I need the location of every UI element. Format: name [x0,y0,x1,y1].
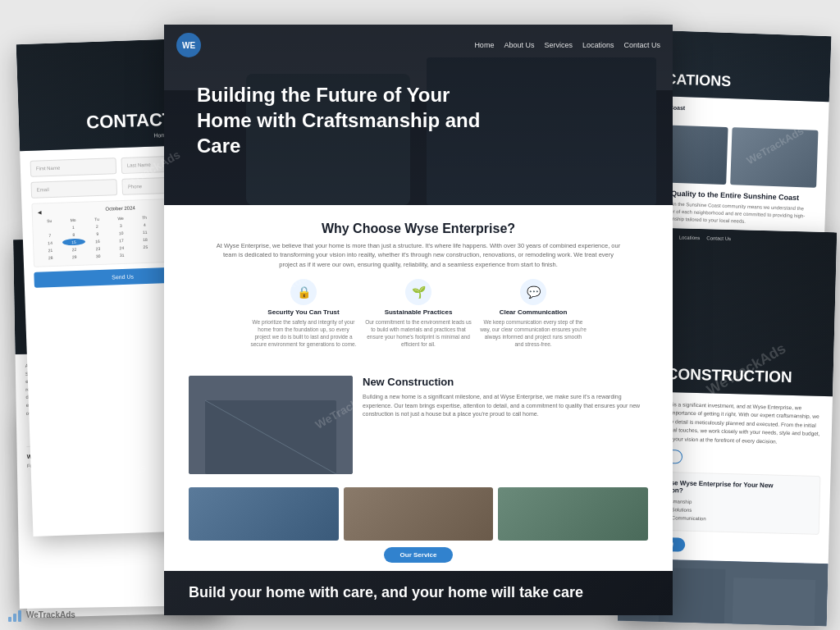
gallery-thumb-2 [344,487,494,541]
first-name-field[interactable]: First Name [30,158,117,177]
calendar-prev-icon[interactable]: ◀ [38,208,42,214]
security-icon: 🔒 [290,279,317,305]
why-section: Why Choose Wyse Enterprise? At Wyse Ente… [164,205,673,376]
feature-sustainable-title: Sustainable Practices [365,308,472,316]
nav-about[interactable]: About Us [504,41,534,49]
feature-sustainable: 🌱 Sustainable Practices Our commitment t… [365,279,472,358]
cal-day-16[interactable]: 16 [86,238,109,245]
cal-day-3[interactable]: 3 [109,222,132,230]
cal-day-31[interactable]: 31 [111,252,134,259]
cal-day-18[interactable]: 18 [134,236,157,244]
nav-locations[interactable]: Locations [582,41,614,49]
main-nav: WE Home About Us Services Locations Cont… [164,25,673,66]
feature-communication-desc: We keep communication every step of the … [480,318,587,348]
gallery-thumb-3 [498,487,648,541]
construction-section: New Construction Building a new home is … [164,376,673,482]
construction-text: New Construction Building a new home is … [363,376,648,419]
feature-communication: 💬 Clear Communication We keep communicat… [480,279,587,358]
last-name-placeholder: Last Name [127,162,151,168]
cal-day-30[interactable]: 30 [87,253,110,260]
email-placeholder: Email [37,187,49,193]
calendar-month: October 2024 [105,205,135,212]
nav-home[interactable]: Home [474,41,494,49]
cal-day-4[interactable]: 4 [133,221,156,229]
nav-links: Home About Us Services Locations Contact… [474,41,660,49]
feature-security-desc: We prioritize the safety and integrity o… [250,318,357,348]
features-row: 🔒 Security You Can Trust We prioritize t… [189,279,648,358]
bottom-cta-headline: Build your home with care, and your home… [189,583,648,602]
cal-day-29[interactable]: 29 [63,253,86,261]
cal-day-8[interactable]: 8 [62,231,85,239]
our-service-button[interactable]: Our Service [384,547,454,563]
cal-day-10[interactable]: 10 [110,230,133,237]
cal-day-25[interactable]: 25 [134,244,157,251]
cal-day-22[interactable]: 22 [62,246,85,253]
gallery-thumb-1 [189,487,339,541]
cal-day-11[interactable]: 11 [134,229,157,236]
email-field[interactable]: Email [30,179,117,199]
communication-icon: 💬 [520,279,546,305]
feature-security-title: Security You Can Trust [250,308,357,316]
cal-day-1[interactable]: 1 [62,224,84,231]
cal-header-su: Su [38,217,61,225]
cal-day-17[interactable]: 17 [110,237,133,244]
cal-day-21[interactable]: 21 [39,247,62,254]
hero-headline: Building the Future of Your Home with Cr… [197,82,509,159]
bottom-cta: Build your home with care, and your home… [164,571,673,614]
cal-day-28[interactable]: 28 [39,254,62,262]
feature-communication-title: Clear Communication [480,308,587,316]
nav-services[interactable]: Services [544,41,573,49]
cal-day-15[interactable]: 15 [62,239,85,246]
ads-chart-icon [8,607,23,622]
construction-desc: Building a new home is a significant mil… [363,393,648,419]
main-hero: WE Home About Us Services Locations Cont… [164,25,673,205]
cal-header-mo: Mo [62,217,84,224]
cal-day-14[interactable]: 14 [39,240,62,247]
cal-day-7[interactable]: 7 [39,232,62,240]
logo-text: WE [182,41,195,50]
cal-header-tu: Tu [85,216,108,223]
sustainable-icon: 🌱 [405,279,431,305]
why-title: Why Choose Wyse Enterprise? [189,221,648,236]
cal-day-9[interactable]: 9 [86,231,109,238]
why-description: At Wyse Enterprise, we believe that your… [213,241,623,269]
cal-day-23[interactable]: 23 [86,245,109,253]
main-page: WE Home About Us Services Locations Cont… [164,25,673,615]
feature-security: 🔒 Security You Can Trust We prioritize t… [250,279,357,358]
wetrackads-logo: WeTrackAds [8,607,75,622]
location-image-2 [730,127,819,188]
cnav-locations[interactable]: Locations [679,235,701,240]
cal-day-2[interactable]: 2 [85,223,108,231]
cal-header-we: We [109,215,132,222]
feature-sustainable-desc: Our commitment to the environment leads … [365,318,472,348]
cal-day-empty1 [38,225,61,232]
cal-day-24[interactable]: 24 [110,244,133,252]
hero-content: Building the Future of Your Home with Cr… [164,66,673,176]
cnav-contact[interactable]: Contact Us [706,235,731,241]
phone-placeholder: Phone [128,184,143,189]
construction-image [189,376,353,474]
brand-logo[interactable]: WE [176,33,201,57]
gallery-row [164,482,673,547]
construction-title: New Construction [363,376,648,388]
first-name-placeholder: First Name [36,166,61,171]
nav-contact[interactable]: Contact Us [623,41,660,49]
cal-header-th: Th [133,214,156,221]
wetrackads-text: WeTrackAds [26,610,75,619]
